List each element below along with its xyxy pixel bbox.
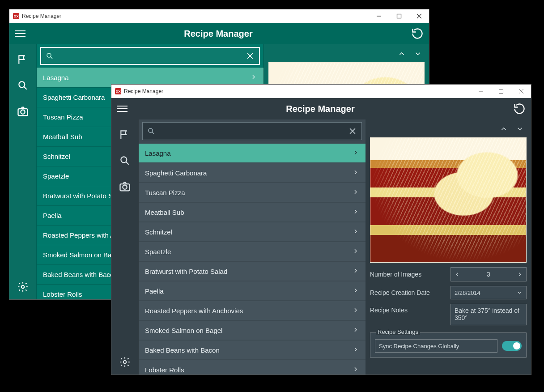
detail-panel: Number of Images 3 Recipe Creation Date … [366,119,531,375]
search-icon[interactable] [119,154,131,167]
flag-icon[interactable] [119,128,131,141]
camera-icon[interactable] [119,180,131,193]
recipe-row[interactable]: Spaetzle [139,241,366,261]
recipe-name: Paella [43,212,62,219]
recipe-name: Spaetzle [145,248,171,256]
maximize-button[interactable] [491,85,511,98]
recipe-image [370,137,527,263]
chevron-right-icon [250,73,257,82]
appbar: Recipe Manager [111,98,531,119]
refresh-button[interactable] [513,102,526,115]
recipe-row[interactable]: Meatball Sub [139,202,366,222]
search-icon[interactable] [17,79,29,92]
svg-rect-1 [397,14,401,18]
window-title: Recipe Manager [22,13,61,19]
svg-point-4 [19,81,25,87]
app-icon: DX [115,88,121,94]
window-title: Recipe Manager [124,88,163,94]
collapse-up-icon[interactable] [500,125,508,133]
recipe-manager-window-dark: DX Recipe Manager Recipe Manager [111,84,531,375]
recipe-row[interactable]: Lobster Rolls [139,359,366,375]
svg-point-22 [149,128,153,132]
clear-search-icon[interactable] [348,127,357,136]
expand-down-icon[interactable] [516,125,524,133]
recipe-settings-group: Recipe Settings Sync Recipe Changes Glob… [370,332,527,358]
minimize-button[interactable] [471,85,491,98]
image-count-stepper[interactable]: 3 [450,267,527,281]
search-input[interactable] [159,128,344,135]
appbar: Recipe Manager [9,23,429,44]
chevron-right-icon [352,247,359,256]
stepper-next-icon[interactable] [514,271,526,277]
svg-line-18 [126,162,129,165]
sidebar [111,119,138,375]
sidebar [9,44,36,299]
recipe-row[interactable]: Tuscan Pizza [139,182,366,202]
recipe-name: Schnitzel [145,228,172,236]
recipe-list[interactable]: LasagnaSpaghetti CarbonaraTuscan PizzaMe… [139,143,366,375]
svg-point-17 [121,157,127,162]
recipe-row[interactable]: Paella [139,281,366,300]
svg-line-10 [51,57,52,59]
recipe-row[interactable]: Roasted Peppers with Anchovies [139,300,366,320]
recipe-row[interactable]: Baked Beans with Bacon [139,340,366,359]
settings-icon[interactable] [17,281,29,293]
chevron-right-icon [352,307,359,315]
search-box[interactable] [40,47,260,65]
recipe-notes-input[interactable]: Bake at 375° instead of 350° [450,304,527,325]
recipe-name: Lasagna [43,74,69,81]
chevron-right-icon [352,188,359,197]
flag-icon[interactable] [17,53,29,66]
number-of-images-label: Number of Images [370,271,446,278]
maximize-button[interactable] [389,9,409,23]
recipe-name: Schnitzel [43,153,70,160]
svg-point-7 [21,110,25,114]
recipe-name: Baked Beans with Bacon [145,346,220,354]
chevron-right-icon [352,287,359,295]
titlebar[interactable]: DX Recipe Manager [111,85,531,98]
recipe-name: Meatball Sub [43,133,82,141]
search-box[interactable] [142,122,362,140]
chevron-right-icon [352,228,359,236]
minimize-button[interactable] [369,9,389,23]
recipe-settings-legend: Recipe Settings [376,328,420,335]
image-count-value: 3 [463,271,514,278]
titlebar[interactable]: DX Recipe Manager [9,9,429,23]
recipe-name: Smoked Salmon on Bagel [43,251,120,259]
recipe-name: Spaetzle [43,172,69,180]
settings-icon[interactable] [119,356,131,368]
recipe-name: Paella [145,287,164,295]
sync-toggle[interactable] [502,341,522,351]
recipe-name: Spaghetti Carbonara [145,169,207,177]
recipe-row[interactable]: Schnitzel [139,222,366,241]
search-input[interactable] [57,52,242,60]
expand-down-icon[interactable] [414,50,422,58]
chevron-right-icon [352,169,359,177]
camera-icon[interactable] [17,105,29,118]
refresh-button[interactable] [411,27,424,40]
svg-line-23 [152,132,154,134]
recipe-row[interactable]: Lasagna [139,143,366,162]
collapse-up-icon[interactable] [398,50,406,58]
close-button[interactable] [511,85,531,98]
hamburger-menu-button[interactable] [117,106,128,112]
recipe-row[interactable]: Bratwurst with Potato Salad [139,261,366,281]
stepper-prev-icon[interactable] [451,271,463,277]
recipe-row[interactable]: Smoked Salmon on Bagel [139,320,366,340]
recipe-name: Lobster Rolls [43,290,82,298]
creation-date-value: 2/28/2014 [455,290,480,296]
svg-rect-14 [499,89,503,94]
recipe-notes-label: Recipe Notes [370,304,446,314]
chevron-right-icon [352,326,359,335]
close-button[interactable] [409,9,429,23]
creation-date-label: Recipe Creation Date [370,289,446,296]
creation-date-picker[interactable]: 2/28/2014 [450,286,527,299]
recipe-name: Lasagna [145,149,171,157]
recipe-row[interactable]: Spaghetti Carbonara [139,162,366,182]
hamburger-menu-button[interactable] [15,30,26,37]
clear-search-icon[interactable] [246,51,255,60]
sync-label: Sync Recipe Changes Globally [375,339,497,353]
recipe-name: Baked Beans with Bacon [43,271,118,278]
recipe-name: Roasted Peppers with Anchovies [145,307,243,315]
app-icon: DX [13,13,19,19]
